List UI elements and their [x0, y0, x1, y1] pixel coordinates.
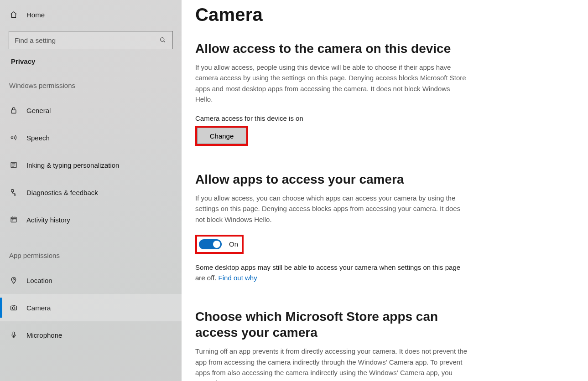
sidebar-item-location[interactable]: Location	[0, 267, 182, 294]
category-title: Privacy	[0, 57, 182, 65]
change-highlight: Change	[195, 126, 248, 146]
lock-icon	[9, 106, 18, 115]
section-choose-apps-desc: Turning off an app prevents it from dire…	[195, 346, 469, 381]
svg-point-7	[13, 278, 14, 280]
svg-point-4	[11, 190, 14, 192]
svg-point-2	[11, 137, 13, 139]
search-box[interactable]	[9, 31, 173, 49]
sidebar-item-label: Activity history	[26, 216, 70, 224]
sidebar-item-label: Speech	[26, 134, 50, 142]
section-allow-apps-title: Allow apps to access your camera	[195, 171, 469, 187]
location-icon	[9, 276, 18, 285]
toggle-state-label: On	[229, 240, 238, 248]
svg-point-9	[12, 307, 15, 309]
sidebar-item-microphone[interactable]: Microphone	[0, 321, 182, 349]
inking-icon	[9, 160, 18, 170]
section-allow-device-desc: If you allow access, people using this d…	[195, 62, 469, 104]
section-allow-apps-desc: If you allow access, you can choose whic…	[195, 193, 469, 225]
section-allow-device-title: Allow access to the camera on this devic…	[195, 41, 469, 57]
svg-rect-10	[13, 332, 15, 335]
search-icon	[159, 36, 167, 44]
section-choose-apps-title: Choose which Microsoft Store apps can ac…	[195, 309, 469, 340]
home-label: Home	[26, 11, 45, 19]
camera-icon	[9, 303, 18, 312]
search-input[interactable]	[15, 36, 159, 44]
toggle-highlight: On	[195, 235, 244, 254]
sidebar-item-label: Camera	[26, 304, 51, 312]
activity-icon	[9, 215, 18, 224]
find-out-why-link[interactable]: Find out why	[219, 274, 257, 282]
svg-point-5	[15, 195, 16, 196]
change-button[interactable]: Change	[197, 128, 246, 144]
svg-rect-1	[11, 110, 16, 113]
svg-point-0	[161, 38, 164, 41]
sidebar-item-home[interactable]: Home	[0, 5, 182, 24]
group-windows-permissions: Windows permissions	[0, 82, 182, 89]
home-icon	[9, 10, 18, 19]
content-pane: Camera Allow access to the camera on thi…	[182, 0, 588, 381]
diagnostics-icon	[9, 188, 18, 197]
sidebar-item-activity[interactable]: Activity history	[0, 206, 182, 233]
sidebar: Home Privacy Windows permissions General…	[0, 0, 182, 381]
microphone-icon	[9, 330, 18, 340]
speech-icon	[9, 133, 18, 142]
sidebar-item-label: Microphone	[26, 331, 62, 339]
sidebar-item-inking[interactable]: Inking & typing personalization	[0, 151, 182, 179]
sidebar-item-label: Location	[26, 277, 52, 284]
sidebar-item-label: General	[26, 107, 51, 114]
desktop-apps-note: Some desktop apps may still be able to a…	[195, 262, 469, 283]
search-container	[0, 31, 182, 49]
sidebar-item-diagnostics[interactable]: Diagnostics & feedback	[0, 179, 182, 206]
sidebar-item-camera[interactable]: Camera	[0, 294, 182, 321]
sidebar-item-speech[interactable]: Speech	[0, 124, 182, 151]
sidebar-item-label: Diagnostics & feedback	[26, 189, 98, 196]
toggle-knob	[213, 241, 220, 248]
sidebar-item-general[interactable]: General	[0, 97, 182, 124]
sidebar-item-label: Inking & typing personalization	[26, 161, 119, 169]
page-title: Camera	[195, 5, 469, 25]
allow-apps-toggle[interactable]	[199, 239, 222, 249]
group-app-permissions: App permissions	[0, 252, 182, 259]
camera-access-status: Camera access for this device is on	[195, 114, 469, 122]
